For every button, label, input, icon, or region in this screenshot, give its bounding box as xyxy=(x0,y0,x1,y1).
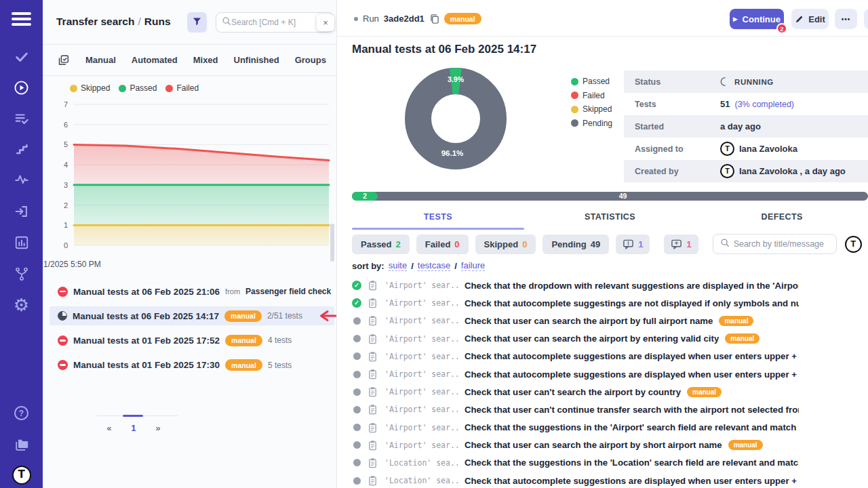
tab-unfinished[interactable]: Unfinished xyxy=(234,55,279,65)
pagination-page-1[interactable]: 1 xyxy=(121,424,146,433)
continue-button[interactable]: ▶ Continue 2 xyxy=(730,9,784,29)
runs-play-icon[interactable] xyxy=(0,80,43,96)
copy-icon[interactable] xyxy=(429,14,439,24)
test-search-input[interactable] xyxy=(734,239,829,249)
test-suite[interactable]: 'Airport' sear... xyxy=(384,281,460,290)
test-suite[interactable]: 'Airport' sear... xyxy=(384,441,460,450)
run-row[interactable]: Manual tests at 06 Feb 2025 21:06 from P… xyxy=(50,282,334,301)
test-filters: Passed2 Failed0 Skipped0 Pending49 ! 1 +… xyxy=(352,234,862,254)
tab-mixed[interactable]: Mixed xyxy=(193,55,218,65)
test-row[interactable]: 'Location' sea...Check that autocomplete… xyxy=(352,472,868,488)
test-title[interactable]: Check that autocomplete suggestions are … xyxy=(465,369,799,380)
pagination-prev[interactable]: « xyxy=(97,424,121,433)
test-row[interactable]: 'Location' sea...Check that the suggesti… xyxy=(352,454,868,472)
runs-search-input[interactable] xyxy=(231,18,313,27)
run-row[interactable]: Manual tests at 01 Feb 2025 17:52 manual… xyxy=(50,331,334,350)
tab-automated[interactable]: Automated xyxy=(132,55,178,65)
settings-gear-icon[interactable]: ⚙ xyxy=(0,296,43,314)
search-close-button[interactable]: × xyxy=(317,14,334,31)
projects-folder-icon[interactable] xyxy=(0,437,43,452)
test-suite[interactable]: 'Location' sea... xyxy=(384,476,460,485)
pull-requests-icon[interactable] xyxy=(0,204,43,219)
test-row[interactable]: 'Airport' sear...Check that the dropdown… xyxy=(352,277,868,294)
test-title[interactable]: Check that autocomplete suggestions are … xyxy=(465,351,799,361)
sort-by-failure[interactable]: failure xyxy=(461,260,485,271)
test-row[interactable]: 'Airport' sear...Check that user can't c… xyxy=(352,401,868,418)
legend-pending: Pending xyxy=(583,119,612,128)
test-suite[interactable]: 'Airport' sear... xyxy=(384,334,460,344)
test-row[interactable]: 'Airport' sear...Check that autocomplete… xyxy=(352,348,868,365)
hamburger-menu-icon[interactable] xyxy=(12,12,31,29)
annotation-arrow: 1 xyxy=(315,309,337,323)
test-title[interactable]: Check that autocomplete suggestions are … xyxy=(465,476,799,486)
test-row[interactable]: 'Airport' sear...Check that user can sea… xyxy=(352,312,868,329)
run-id: 3ade2dd1 xyxy=(384,14,425,24)
checks-icon[interactable] xyxy=(0,49,43,64)
test-title[interactable]: Check that user can search the airport b… xyxy=(465,333,719,344)
more-button[interactable]: ••• xyxy=(835,9,857,29)
run-row[interactable]: Manual tests at 01 Feb 2025 17:30 manual… xyxy=(50,356,334,375)
test-suite[interactable]: 'Airport' sear... xyxy=(384,405,460,414)
milestones-steps-icon[interactable] xyxy=(0,142,43,157)
activity-pulse-icon[interactable] xyxy=(0,172,43,187)
workspace-logo[interactable]: T xyxy=(0,466,43,485)
user-avatar[interactable]: T xyxy=(845,236,862,253)
run-info-table: Status RUNNING Tests 51(3% completed) St… xyxy=(624,70,868,182)
select-all-icon[interactable] xyxy=(58,54,70,66)
test-suite[interactable]: 'Airport' sear... xyxy=(384,298,460,308)
test-title[interactable]: Check that user can't continue transfer … xyxy=(465,405,799,415)
added-comments-count: 1 xyxy=(686,239,691,249)
legend-passed: Passed xyxy=(130,83,157,93)
test-title[interactable]: Check that autocomplete suggestings are … xyxy=(465,298,799,308)
breadcrumb-parent[interactable]: Transfer search xyxy=(56,16,134,27)
tab-tests[interactable]: TESTS xyxy=(352,207,524,226)
test-title[interactable]: Check that user can search the airport b… xyxy=(465,316,713,326)
test-status-icon xyxy=(353,424,361,431)
tab-statistics[interactable]: STATISTICS xyxy=(524,207,696,226)
progress-done-segment: 2 xyxy=(352,192,378,201)
test-row[interactable]: 'Airport' sear...Check that autocomplete… xyxy=(352,365,868,383)
run-type-tabs: Manual Automated Mixed Unfinished Groups xyxy=(43,45,336,76)
sort-by-testcase[interactable]: testcase xyxy=(418,260,450,271)
filter-pending[interactable]: Pending49 xyxy=(542,235,609,254)
test-title[interactable]: Check that the suggestions in the 'Locat… xyxy=(465,458,799,468)
panel-scrollbar[interactable] xyxy=(330,224,334,262)
test-row[interactable]: 'Airport' sear...Check that user can sea… xyxy=(352,330,868,348)
branch-icon[interactable] xyxy=(0,266,43,281)
filter-comments[interactable]: ! 1 xyxy=(616,235,650,254)
filter-passed[interactable]: Passed2 xyxy=(352,235,410,254)
test-suite[interactable]: 'Airport' sear... xyxy=(384,423,460,432)
test-title[interactable]: Check that user can search the airport b… xyxy=(465,440,722,450)
filter-added-comments[interactable]: + 1 xyxy=(664,235,698,254)
test-suite[interactable]: 'Airport' sear... xyxy=(384,369,460,379)
test-row[interactable]: 'Airport' sear...Check that the suggesti… xyxy=(352,419,868,436)
test-title[interactable]: Check that the suggestions in the 'Airpo… xyxy=(465,422,799,432)
test-suite[interactable]: 'Airport' sear... xyxy=(384,316,460,325)
tab-groups[interactable]: Groups xyxy=(295,55,326,65)
test-title[interactable]: Check that user can't search the airport… xyxy=(465,387,681,397)
test-row[interactable]: 'Airport' sear...Check that user can't s… xyxy=(352,383,868,401)
test-search[interactable] xyxy=(713,234,837,254)
filter-button[interactable] xyxy=(187,12,207,33)
test-title[interactable]: Check that the dropdown with relevant su… xyxy=(465,281,799,291)
test-row[interactable]: 'Airport' sear...Check that user can sea… xyxy=(352,436,868,454)
test-suite[interactable]: 'Location' sea... xyxy=(384,458,460,468)
sort-by-suite[interactable]: suite xyxy=(389,260,407,271)
test-row[interactable]: 'Airport' sear...Check that autocomplete… xyxy=(352,294,868,312)
test-suite[interactable]: 'Airport' sear... xyxy=(384,387,460,396)
test-suite[interactable]: 'Airport' sear... xyxy=(384,352,460,361)
active-tab-underline xyxy=(352,228,524,230)
pagination-next[interactable]: » xyxy=(146,424,170,433)
filter-failed[interactable]: Failed0 xyxy=(416,235,469,254)
tab-manual[interactable]: Manual xyxy=(85,55,116,65)
tab-defects[interactable]: DEFECTS xyxy=(696,207,868,226)
testcase-icon xyxy=(368,458,378,468)
edit-button[interactable]: Edit xyxy=(791,9,829,29)
help-icon[interactable]: ? xyxy=(0,406,43,420)
run-row[interactable]: Manual tests at 06 Feb 2025 14:17 manual… xyxy=(50,306,334,325)
overflow-button-sliver[interactable] xyxy=(864,9,868,29)
analytics-icon[interactable] xyxy=(0,235,43,250)
filter-skipped[interactable]: Skipped0 xyxy=(475,235,536,254)
runs-search[interactable] xyxy=(216,12,334,33)
test-plans-icon[interactable] xyxy=(0,111,43,126)
